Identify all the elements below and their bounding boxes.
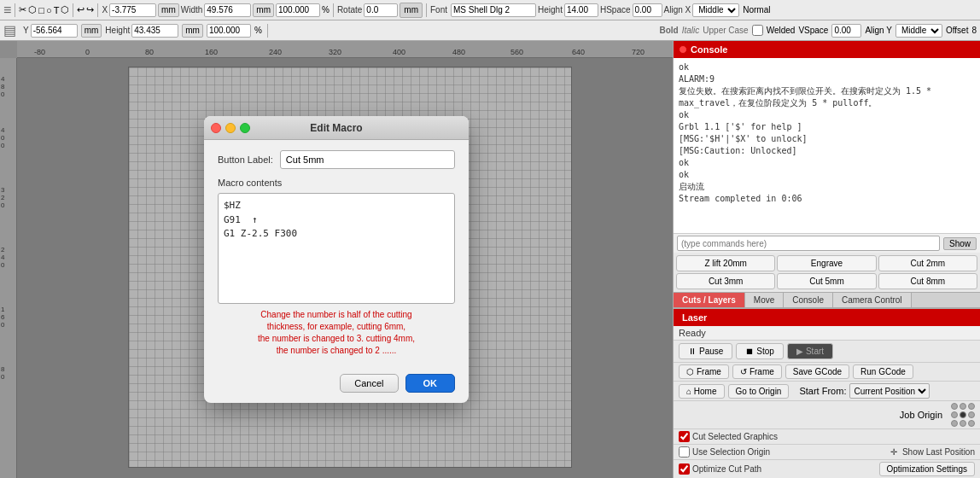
vspace-input[interactable] [831,24,861,38]
pct1-symbol: % [322,5,330,15]
console-line-4: max_travel，在复位阶段定义为 5 * pulloff。 [679,97,975,109]
console-line-2: ALARM:9 [679,73,975,85]
bold-label: Bold [660,26,679,35]
go-to-origin-button[interactable]: Go to Origin [728,384,790,399]
origin-dot-6[interactable] [968,411,975,418]
italic-label: Italic [682,26,700,35]
height-input[interactable] [131,24,178,38]
cut-selected-label[interactable]: Cut Selected Graphics [679,431,778,442]
origin-dot-9[interactable] [968,420,975,427]
cancel-button[interactable]: Cancel [340,374,398,393]
hspace-input[interactable] [633,3,662,17]
macro-textarea[interactable]: $HZ G91 ↑ G1 Z-2.5 F300 [218,193,455,304]
origin-dot-7[interactable] [951,420,958,427]
unit-button[interactable]: mm [400,3,423,18]
start-label: Start [806,347,824,356]
width-label: Width [181,5,203,15]
close-button-red[interactable] [211,123,221,133]
console-section: Console ok ALARM:9 复位失败。在搜索距离内找不到限位开关。在搜… [674,41,980,309]
console-show-button[interactable]: Show [943,237,977,250]
stop-label: Stop [756,347,774,356]
stop-icon: ⏹ [745,347,754,356]
stop-button[interactable]: ⏹ Stop [736,343,784,359]
macro-btn-1[interactable]: Z lift 20mm [676,255,775,271]
pct1-input[interactable] [276,3,320,17]
console-line-7: [MSG:'$H'|'$X' to unlock] [679,133,975,145]
ok-button[interactable]: OK [405,374,456,393]
tab-cuts-layers[interactable]: Cuts / Layers [674,293,745,307]
welded-checkbox[interactable] [752,25,763,36]
console-close-dot[interactable] [679,45,687,54]
origin-dot-3[interactable] [968,403,975,410]
macro-btn-6[interactable]: Cut 8mm [878,273,977,289]
x-field: X [102,3,156,17]
job-origin-dots [951,403,975,427]
button-label-input[interactable] [280,150,455,169]
cut-graphics-row: Cut Selected Graphics [674,429,980,445]
x-input[interactable] [109,3,156,17]
console-line-1: ok [679,61,975,73]
height-label2: Height [105,26,130,35]
run-gcode-button[interactable]: Run GCode [853,364,913,379]
console-line-5: ok [679,109,975,121]
origin-dot-8[interactable] [960,420,966,427]
align-y-select[interactable]: Middle [895,24,942,38]
modal-titlebar: Edit Macro [204,116,469,140]
optimization-settings-button[interactable]: Optimization Settings [879,462,976,476]
macro-btn-5[interactable]: Cut 5mm [777,273,876,289]
optimize-label[interactable]: Optimize Cut Path [679,463,761,475]
origin-dot-5[interactable] [960,411,966,418]
origin-dot-4[interactable] [951,411,958,418]
pause-label: Pause [699,347,723,356]
start-from-select[interactable]: Current Position [849,383,930,399]
maximize-button-green[interactable] [240,123,250,133]
y-unit: mm [81,24,102,38]
toolbar-icons: ≡ ✂ ⬡ □ ○ T ⬡ ↩ ↪ [3,3,100,18]
use-selection-checkbox[interactable] [679,446,690,458]
use-selection-label[interactable]: Use Selection Origin [679,446,770,458]
width-unit: mm [253,3,274,17]
minimize-button-yellow[interactable] [225,123,236,133]
font-input[interactable] [451,3,536,17]
macro-hint: Change the number is half of the cutting… [218,309,455,357]
traffic-lights [211,123,250,133]
y-input[interactable] [31,24,78,38]
pause-button[interactable]: ⏸ Pause [679,343,732,359]
pct2-input[interactable] [207,24,251,38]
width-input[interactable] [204,3,251,17]
origin-dot-1[interactable] [951,403,958,410]
console-line-10: ok [679,169,975,181]
frame-btn-2[interactable]: ↺ Frame [732,364,782,379]
optimize-row: Optimize Cut Path Optimization Settings [674,460,980,478]
button-label-label: Button Label: [218,154,273,165]
macro-btn-4[interactable]: Cut 3mm [676,273,775,289]
tab-camera-control[interactable]: Camera Control [833,293,912,307]
y-field: Y [23,24,78,38]
macro-btn-3[interactable]: Cut 2mm [878,255,977,271]
console-input[interactable] [677,236,940,251]
start-button[interactable]: ▶ Start [787,343,833,359]
y-label: Y [23,26,29,35]
show-last-position-label[interactable]: ✛ Show Last Position [890,447,975,457]
align-y-label: Align Y [865,26,892,35]
canvas-area[interactable]: -80 0 80 160 240 320 400 480 560 640 720… [0,41,673,478]
laser-title: Laser [682,312,707,323]
optimize-checkbox[interactable] [679,463,690,475]
tab-move[interactable]: Move [745,293,784,307]
macro-btn-2[interactable]: Engrave [777,255,876,271]
job-origin-label: Job Origin [900,410,942,420]
tab-console[interactable]: Console [784,293,833,307]
toolbar-row-1: ≡ ✂ ⬡ □ ○ T ⬡ ↩ ↪ X mm Width mm % Rotate [0,0,980,20]
home-button[interactable]: ⌂ Home [679,384,725,399]
origin-dot-2[interactable] [960,403,966,410]
button-label-row: Button Label: [218,150,455,169]
rotate-input[interactable] [364,3,398,17]
align-x-select[interactable]: Middle [692,3,739,17]
cut-selected-checkbox[interactable] [679,431,690,442]
frame-btn-1[interactable]: ⬡ Frame [679,364,729,379]
font-height-input[interactable] [564,3,598,17]
frame-icon-1: ⬡ [686,367,694,376]
laser-titlebar: Laser [674,309,980,326]
start-icon: ▶ [796,347,803,356]
save-gcode-button[interactable]: Save GCode [785,364,849,379]
